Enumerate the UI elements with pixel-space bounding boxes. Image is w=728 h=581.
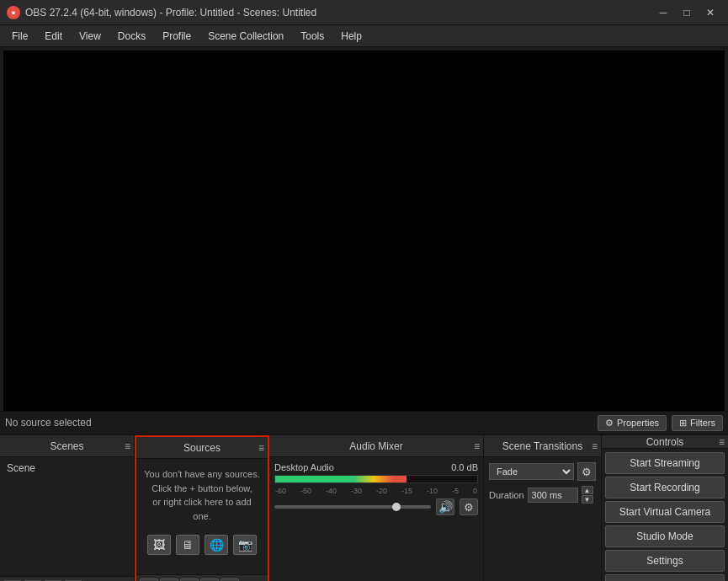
audio-meter-bar bbox=[274, 475, 478, 483]
move-source-down-button[interactable]: ▼ bbox=[221, 578, 239, 582]
sources-panel-header: Sources ≡ bbox=[136, 437, 268, 459]
no-source-label: No source selected bbox=[5, 417, 92, 429]
image-source-icon[interactable]: 🖼 bbox=[147, 535, 171, 555]
menu-bar: File Edit View Docks Profile Scene Colle… bbox=[0, 25, 728, 47]
audio-meter-labels: -60 -50 -40 -30 -20 -15 -10 -5 0 bbox=[274, 487, 478, 495]
transitions-content: Fade Cut Move Swipe ⚙ Duration ▲ ▼ bbox=[484, 457, 601, 581]
browser-source-icon[interactable]: 🌐 bbox=[205, 535, 228, 555]
camera-source-icon[interactable]: 📷 bbox=[233, 535, 257, 555]
title-bar: ● OBS 27.2.4 (64-bit, windows) - Profile… bbox=[0, 0, 728, 25]
sources-icon-row: 🖼 🖥 🌐 📷 bbox=[147, 535, 257, 555]
preview-canvas bbox=[3, 51, 725, 411]
transition-duration-row: Duration ▲ ▼ bbox=[489, 486, 596, 504]
scenes-panel: Scenes ≡ Scene + − ▲ ▼ bbox=[0, 435, 135, 581]
menu-file[interactable]: File bbox=[3, 25, 36, 46]
filters-button[interactable]: ⊞ Filters bbox=[672, 415, 723, 431]
duration-label: Duration bbox=[489, 490, 524, 500]
close-button[interactable]: ✕ bbox=[699, 4, 721, 21]
scenes-panel-menu-button[interactable]: ≡ bbox=[125, 440, 130, 452]
mute-button[interactable]: 🔊 bbox=[436, 498, 454, 515]
exit-button[interactable]: Exit bbox=[605, 574, 725, 581]
start-streaming-button[interactable]: Start Streaming bbox=[605, 452, 725, 474]
duration-decrease-button[interactable]: ▼ bbox=[582, 495, 593, 504]
audio-panel-menu-button[interactable]: ≡ bbox=[474, 440, 480, 452]
menu-docks[interactable]: Docks bbox=[109, 25, 154, 46]
menu-profile[interactable]: Profile bbox=[154, 25, 199, 46]
controls-panel-menu-button[interactable]: ≡ bbox=[719, 436, 725, 448]
audio-meter-fill bbox=[275, 476, 407, 482]
sources-panel: Sources ≡ You don't have any sources.Cli… bbox=[135, 435, 269, 581]
volume-slider[interactable] bbox=[274, 505, 431, 509]
audio-mixer-panel: Audio Mixer ≡ Desktop Audio 0.0 dB -60 -… bbox=[269, 435, 484, 581]
studio-mode-button[interactable]: Studio Mode bbox=[605, 525, 725, 547]
remove-source-button[interactable]: − bbox=[160, 578, 178, 582]
panels-area: Scenes ≡ Scene + − ▲ ▼ Sources ≡ You don… bbox=[0, 434, 728, 581]
audio-mixer-header: Audio Mixer ≡ bbox=[269, 435, 483, 457]
scene-item[interactable]: Scene bbox=[2, 459, 132, 477]
audio-settings-button[interactable]: ⚙ bbox=[460, 498, 478, 515]
window-title: OBS 27.2.4 (64-bit, windows) - Profile: … bbox=[25, 7, 652, 19]
maximize-button[interactable]: □ bbox=[676, 4, 698, 21]
sources-panel-menu-button[interactable]: ≡ bbox=[258, 442, 264, 454]
transitions-panel-header: Scene Transitions ≡ bbox=[484, 435, 601, 457]
scene-transitions-panel: Scene Transitions ≡ Fade Cut Move Swipe … bbox=[484, 435, 602, 581]
add-source-button[interactable]: + bbox=[140, 578, 158, 582]
start-recording-button[interactable]: Start Recording bbox=[605, 477, 725, 498]
display-source-icon[interactable]: 🖥 bbox=[176, 535, 199, 555]
controls-panel: Controls ≡ Start Streaming Start Recordi… bbox=[602, 435, 728, 581]
transition-type-row: Fade Cut Move Swipe ⚙ bbox=[489, 462, 596, 481]
transition-type-select[interactable]: Fade Cut Move Swipe bbox=[489, 463, 574, 480]
duration-increase-button[interactable]: ▲ bbox=[582, 486, 593, 494]
settings-button[interactable]: Settings bbox=[605, 550, 725, 572]
menu-scene-collection[interactable]: Scene Collection bbox=[199, 25, 292, 46]
audio-level-display: 0.0 dB bbox=[451, 462, 478, 472]
menu-edit[interactable]: Edit bbox=[36, 25, 71, 46]
audio-controls: 🔊 ⚙ bbox=[274, 498, 478, 515]
move-source-up-button[interactable]: ▲ bbox=[200, 578, 219, 582]
status-bar-right: ⚙ Properties ⊞ Filters bbox=[598, 415, 723, 431]
controls-panel-header: Controls ≡ bbox=[602, 435, 728, 449]
source-settings-button[interactable]: ⚙ bbox=[180, 578, 199, 582]
sources-list[interactable]: You don't have any sources.Click the + b… bbox=[136, 459, 268, 574]
scenes-toolbar: + − ▲ ▼ bbox=[0, 576, 134, 581]
app-icon: ● bbox=[7, 6, 20, 19]
start-virtual-camera-button[interactable]: Start Virtual Camera bbox=[605, 501, 725, 523]
properties-button[interactable]: ⚙ Properties bbox=[598, 415, 667, 431]
minimize-button[interactable]: ─ bbox=[652, 4, 674, 21]
menu-help[interactable]: Help bbox=[332, 25, 370, 46]
sources-toolbar: + − ⚙ ▲ ▼ bbox=[136, 574, 268, 581]
duration-spinner: ▲ ▼ bbox=[582, 486, 593, 504]
scenes-panel-header: Scenes ≡ bbox=[0, 435, 134, 457]
scenes-list: Scene bbox=[0, 457, 134, 576]
menu-view[interactable]: View bbox=[71, 25, 109, 46]
audio-content: Desktop Audio 0.0 dB -60 -50 -40 -30 -20… bbox=[269, 457, 483, 581]
transitions-panel-menu-button[interactable]: ≡ bbox=[592, 440, 598, 452]
status-bar: No source selected ⚙ Properties ⊞ Filter… bbox=[0, 411, 728, 434]
audio-channel-desktop: Desktop Audio 0.0 dB -60 -50 -40 -30 -20… bbox=[274, 462, 478, 515]
duration-input[interactable] bbox=[528, 488, 578, 503]
volume-thumb[interactable] bbox=[392, 503, 401, 511]
sources-hint-text: You don't have any sources.Click the + b… bbox=[143, 467, 261, 523]
menu-tools[interactable]: Tools bbox=[292, 25, 332, 46]
filter-icon: ⊞ bbox=[679, 418, 687, 429]
transition-settings-button[interactable]: ⚙ bbox=[577, 462, 596, 481]
gear-icon: ⚙ bbox=[605, 418, 614, 429]
audio-channel-name: Desktop Audio bbox=[274, 462, 334, 472]
window-controls: ─ □ ✕ bbox=[652, 4, 721, 21]
controls-content: Start Streaming Start Recording Start Vi… bbox=[602, 449, 728, 581]
